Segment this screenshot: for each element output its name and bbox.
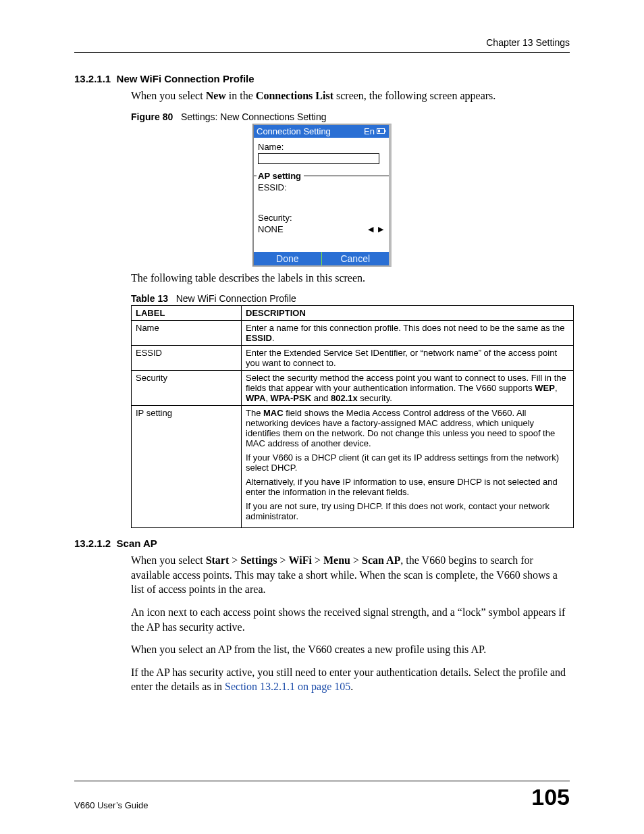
section1-intro: When you select New in the Connections L…: [131, 88, 570, 103]
lang-indicator: En: [364, 126, 375, 136]
figure-label: Figure 80: [131, 111, 173, 122]
col-label: LABEL: [132, 306, 242, 321]
section2-p4: If the AP has security active, you still…: [131, 665, 570, 694]
page: Chapter 13 Settings 13.2.1.1 New WiFi Co…: [0, 0, 644, 834]
header-rule: [74, 52, 570, 53]
cell-desc: The MAC field shows the Media Access Con…: [242, 406, 574, 528]
device-screenshot: Connection Setting En Name: AP setting E…: [252, 124, 392, 267]
bold-text: WiFi: [289, 554, 312, 566]
bold-text: Start: [206, 554, 230, 566]
bold-text: Scan AP: [362, 554, 400, 566]
section2-p2: An icon next to each access point shows …: [131, 605, 570, 634]
device-buttons: Done Cancel: [254, 252, 389, 265]
figure-caption-text: Settings: New Connections Setting: [181, 111, 327, 122]
text: in the: [226, 90, 256, 101]
bold-text: 802.1x: [331, 393, 358, 403]
security-label: Security:: [258, 213, 385, 223]
section2-p1: When you select Start > Settings > WiFi …: [131, 553, 570, 597]
section-number: 13.2.1.2: [74, 538, 111, 549]
table-header-row: LABEL DESCRIPTION: [132, 306, 574, 321]
essid-space: [258, 192, 385, 211]
cell-label: ESSID: [132, 346, 242, 371]
text: .: [272, 333, 275, 343]
cell-label: IP setting: [132, 406, 242, 528]
text: >: [312, 554, 323, 566]
figure-caption: Figure 80 Settings: New Connections Sett…: [131, 111, 570, 122]
text: ,: [555, 383, 558, 393]
device-status: En: [364, 126, 386, 136]
text: field shows the Media Access Control add…: [246, 408, 555, 448]
profile-table: LABEL DESCRIPTION Name Enter a name for …: [131, 305, 574, 528]
para: If your V660 is a DHCP client (it can ge…: [246, 452, 569, 473]
bold-text: New: [206, 90, 226, 101]
section-title: Scan AP: [117, 538, 157, 549]
para: Alternatively, if you have IP informatio…: [246, 477, 569, 497]
bold-text: MAC: [263, 408, 284, 418]
section2-p3: When you select an AP from the list, the…: [131, 642, 570, 657]
bold-text: WPA-PSK: [271, 393, 311, 403]
svg-rect-1: [385, 130, 386, 132]
text: >: [350, 554, 362, 566]
section-heading-1: 13.2.1.1 New WiFi Connection Profile: [74, 73, 570, 84]
table-row: Name Enter a name for this connection pr…: [132, 321, 574, 346]
text: The: [246, 408, 263, 418]
section-heading-2: 13.2.1.2 Scan AP: [74, 538, 570, 549]
cancel-button[interactable]: Cancel: [322, 252, 390, 265]
cell-desc: Enter the Extended Service Set IDentifie…: [242, 346, 574, 371]
device-titlebar: Connection Setting En: [254, 125, 389, 138]
section-number: 13.2.1.1: [74, 73, 111, 84]
security-arrows[interactable]: ◀ ▶: [368, 225, 385, 234]
footer-row: V660 User’s Guide 105: [74, 784, 570, 810]
name-label: Name:: [258, 142, 385, 152]
cell-desc: Enter a name for this connection profile…: [242, 321, 574, 346]
cell-label: Security: [132, 371, 242, 406]
footer-rule: [74, 781, 570, 781]
bold-text: Menu: [323, 554, 350, 566]
chapter-header: Chapter 13 Settings: [74, 37, 570, 48]
para: The MAC field shows the Media Access Con…: [246, 408, 569, 448]
bold-text: Connections List: [256, 90, 333, 101]
bold-text: WEP: [535, 383, 555, 393]
text: ,: [265, 393, 270, 403]
cross-reference-link[interactable]: Section 13.2.1.1 on page 105: [225, 681, 350, 692]
table-caption-text: New WiFi Connection Profile: [176, 293, 296, 304]
svg-rect-2: [378, 130, 380, 132]
para: If you are not sure, try using DHCP. If …: [246, 501, 569, 521]
text: security.: [358, 393, 392, 403]
text: screen, the following screen appears.: [333, 90, 495, 101]
table-row: ESSID Enter the Extended Service Set IDe…: [132, 346, 574, 371]
ap-setting-label: AP setting: [258, 171, 385, 181]
bold-text: Settings: [240, 554, 277, 566]
done-button[interactable]: Done: [254, 252, 321, 265]
text: When you select: [131, 90, 206, 101]
text: >: [229, 554, 240, 566]
text: >: [277, 554, 289, 566]
essid-label: ESSID:: [258, 182, 385, 192]
cell-desc: Select the security method the access po…: [242, 371, 574, 406]
text: and: [311, 393, 331, 403]
bold-text: WPA: [246, 393, 265, 403]
footer-guide: V660 User’s Guide: [74, 800, 148, 810]
security-row: NONE ◀ ▶: [258, 224, 385, 234]
col-description: DESCRIPTION: [242, 306, 574, 321]
security-value: NONE: [258, 224, 284, 234]
table-intro: The following table describes the labels…: [131, 271, 570, 286]
battery-icon: [377, 127, 386, 135]
section-title: New WiFi Connection Profile: [117, 73, 254, 84]
text: Select the security method the access po…: [246, 373, 566, 393]
table-caption: Table 13 New WiFi Connection Profile: [131, 293, 570, 304]
cell-label: Name: [132, 321, 242, 346]
table-row: IP setting The MAC field shows the Media…: [132, 406, 574, 528]
table-row: Security Select the security method the …: [132, 371, 574, 406]
table-label: Table 13: [131, 293, 168, 304]
device-body: Name: AP setting ESSID: Security: NONE ◀…: [254, 138, 389, 252]
text: Enter a name for this connection profile…: [246, 323, 564, 333]
name-input[interactable]: [258, 153, 379, 164]
device-title: Connection Setting: [257, 126, 331, 136]
text: When you select: [131, 554, 206, 566]
bold-text: ESSID: [246, 333, 272, 343]
page-footer: V660 User’s Guide 105: [74, 781, 570, 810]
page-number: 105: [531, 784, 570, 810]
text: .: [350, 681, 353, 692]
